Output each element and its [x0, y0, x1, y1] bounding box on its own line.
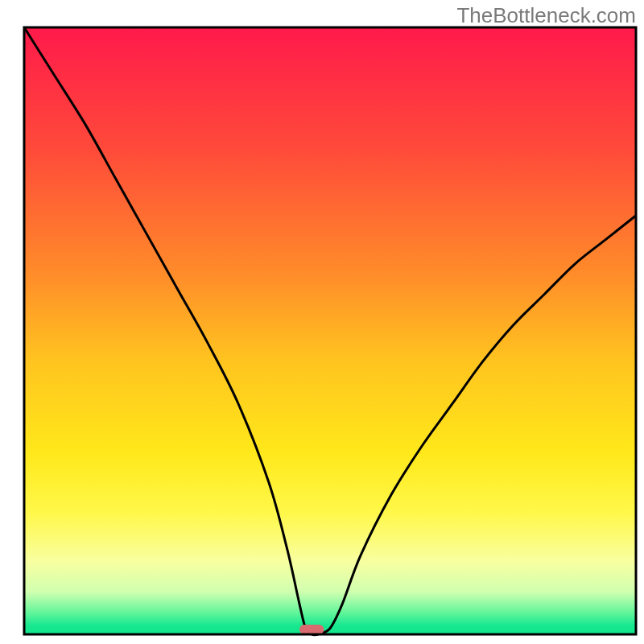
min-marker	[299, 625, 324, 634]
watermark-text: TheBottleneck.com	[456, 3, 636, 28]
svg-rect-0	[24, 27, 636, 634]
bottleneck-chart	[0, 0, 644, 644]
chart-container: TheBottleneck.com	[0, 0, 644, 644]
